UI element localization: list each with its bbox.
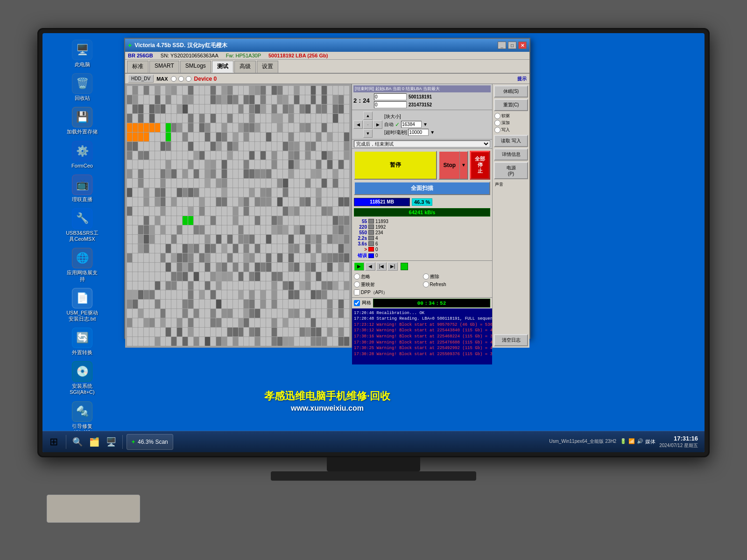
scan-cell xyxy=(316,207,321,216)
scan-cell xyxy=(311,290,316,299)
read-write-button[interactable]: 读取 写入 xyxy=(494,135,528,147)
scan-cell xyxy=(199,244,204,253)
taskbar-icon-3[interactable]: 🖥️ xyxy=(104,434,119,449)
tab-standard[interactable]: 标准 xyxy=(127,61,148,73)
play-button[interactable]: ▶ xyxy=(354,262,364,271)
scan-cell xyxy=(344,328,349,336)
scan-cell xyxy=(127,133,132,141)
ignore-radio[interactable] xyxy=(354,273,360,280)
scan-cell xyxy=(133,244,138,253)
tab-smart[interactable]: SMART xyxy=(149,61,179,73)
scan-cell xyxy=(344,290,349,299)
soft-radio[interactable] xyxy=(494,113,500,119)
scan-cell xyxy=(222,290,227,299)
full-scan-button[interactable]: 全面扫描 xyxy=(354,182,490,195)
desktop-icon-回收站[interactable]: 🗑️ 回收站 xyxy=(63,71,101,103)
maximize-button[interactable]: □ xyxy=(508,42,516,49)
desktop-icon-安装系统SGI(Alt+C)[interactable]: 💿 安装系统SGI(Alt+C) xyxy=(63,359,101,397)
desktop-icon-FormCeo[interactable]: ⚙️ FormCeo xyxy=(63,139,101,171)
remap-option: 重映射 xyxy=(354,281,422,288)
section-header: [结束时间] 起始LBA 当前 0 结束LBA 当前最大 xyxy=(353,85,491,92)
block-size-dropdown[interactable]: ▼ xyxy=(423,122,428,127)
minimize-button[interactable]: _ xyxy=(498,42,506,49)
scan-cell xyxy=(327,188,332,197)
tab-advanced[interactable]: 高级 xyxy=(234,61,256,73)
scan-cell xyxy=(294,179,299,188)
reset-button[interactable]: 重置(C) xyxy=(494,99,528,111)
power-button[interactable]: 电源 (P) xyxy=(494,162,528,179)
hdd-btn[interactable]: HDD_DV xyxy=(128,75,154,83)
emergency-stop-button[interactable]: 全部停 止 xyxy=(470,151,490,180)
scan-cell xyxy=(194,179,199,188)
clear-log-button[interactable]: 清空日志 xyxy=(494,334,528,346)
scan-cell xyxy=(211,133,216,141)
remap-radio[interactable] xyxy=(354,281,360,287)
complete-action-select[interactable]: 完成后，结束测试 xyxy=(354,140,490,147)
arrow-up[interactable]: ▲ xyxy=(363,112,373,120)
write-radio[interactable] xyxy=(494,127,500,133)
start-lba-input[interactable] xyxy=(374,93,407,100)
scan-cell xyxy=(300,281,305,290)
scan-cell xyxy=(249,95,254,104)
desktop-icon-USM_PE驱动安装日志.txt[interactable]: 📄 USM_PE驱动安装日志.txt xyxy=(63,286,101,324)
current-lba-input[interactable] xyxy=(374,101,407,108)
scan-cell xyxy=(255,151,260,160)
erase-radio[interactable] xyxy=(423,273,429,280)
skip-back-button[interactable]: |◀ xyxy=(376,262,387,271)
scan-cell xyxy=(322,253,327,262)
block-size-label: [块大小] xyxy=(384,113,491,120)
block-size-input[interactable] xyxy=(401,121,422,128)
grid-checkbox[interactable] xyxy=(354,300,360,306)
scan-cell xyxy=(322,151,327,160)
tab-smlogs[interactable]: SMLogs xyxy=(180,61,211,73)
scan-cell xyxy=(327,235,332,244)
desktop-icon-外置转换[interactable]: 🔄 外置转换 xyxy=(63,326,101,357)
radio-p0[interactable] xyxy=(171,76,176,82)
radio-p2[interactable] xyxy=(186,76,191,82)
scan-cell xyxy=(277,142,282,151)
arrow-down[interactable]: ▼ xyxy=(363,129,373,138)
arrow-right[interactable]: ▶ xyxy=(373,120,382,129)
scan-cell xyxy=(166,216,171,225)
close-button[interactable]: ✕ xyxy=(518,42,527,49)
scan-cell xyxy=(272,197,277,206)
taskbar-icon-1[interactable]: 🔍 xyxy=(70,434,85,449)
desktop-icon-应用网络展支持[interactable]: 🌐 应用网络展支持 xyxy=(63,246,101,284)
taskbar-icon-2[interactable]: 🗂️ xyxy=(87,434,102,449)
options-section: 忽略 擦除 重映射 Refresh xyxy=(352,272,492,297)
timeout-input[interactable] xyxy=(408,129,429,136)
details-button[interactable]: 详情信息 xyxy=(494,148,528,161)
scan-cell xyxy=(211,290,216,299)
scan-cell xyxy=(261,151,266,160)
scan-cell xyxy=(171,151,176,160)
scan-cell xyxy=(316,86,321,95)
start-button[interactable]: ⊞ xyxy=(45,434,62,450)
sleep-button[interactable]: 休眠(S) xyxy=(494,85,528,98)
deep-radio[interactable] xyxy=(494,120,500,126)
scan-cell xyxy=(272,114,277,123)
refresh-radio[interactable] xyxy=(423,281,429,287)
pause-button[interactable]: 暂停 xyxy=(354,151,437,180)
desktop-icon-USB3&SRS工具CeoMSX[interactable]: 🔧 USB3&SRS工具CeoMSX xyxy=(63,206,101,244)
desktop-icon-加载外置存储[interactable]: 💾 加载外置存储 xyxy=(63,105,101,137)
skip-forward-button[interactable]: ▶| xyxy=(388,262,398,271)
timeout-dropdown[interactable]: ▼ xyxy=(430,130,435,135)
radio-p1[interactable] xyxy=(178,76,184,82)
tab-settings[interactable]: 设置 xyxy=(257,61,278,73)
desktop-icon-理联直播[interactable]: 📺 理联直播 xyxy=(63,173,101,204)
stop-button[interactable]: Stop xyxy=(438,151,460,180)
scan-cell xyxy=(249,188,254,197)
scan-cell xyxy=(194,216,199,225)
scan-cell xyxy=(177,95,182,104)
tab-test[interactable]: 测试 xyxy=(212,61,233,73)
stop-dropdown-button[interactable]: ▼ xyxy=(460,151,468,180)
scan-cell xyxy=(177,244,182,253)
victoria-window: + Victoria 4.75b SSD. 汉化by红毛橙木 _ □ ✕ BR … xyxy=(124,38,530,339)
scan-cell xyxy=(333,105,338,113)
arrow-left[interactable]: ◀ xyxy=(353,120,363,129)
taskbar-victoria-btn[interactable]: + 46.3% Scan xyxy=(127,434,173,450)
prev-button[interactable]: ◀ xyxy=(365,262,375,271)
scan-cell xyxy=(222,169,227,178)
dpp-checkbox[interactable] xyxy=(354,289,360,295)
desktop-icon-此电脑[interactable]: 🖥️ 此电脑 xyxy=(63,38,101,70)
